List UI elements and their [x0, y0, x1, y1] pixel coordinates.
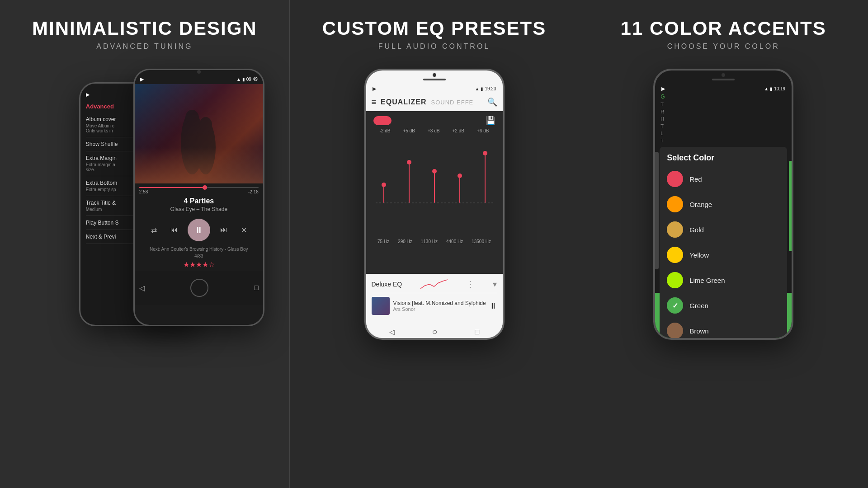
color-name-gold: Gold — [689, 226, 704, 234]
eq-toggle-dot — [383, 117, 391, 124]
color-name-orange: Orange — [689, 201, 712, 208]
color-item-brown[interactable]: Brown — [660, 318, 787, 340]
track-artist: Glass Eye – The Shade — [139, 206, 259, 212]
status-bar-front: ▶ ▲ ▮ 09:49 — [135, 74, 263, 84]
eq-np-title: Visions [feat. M.Nomized and Sylphide — [393, 300, 486, 306]
home-nav[interactable] — [190, 279, 208, 297]
color-circle-orange — [667, 196, 683, 212]
freq-1: 290 Hz — [398, 239, 412, 244]
home-nav-eq[interactable]: ○ — [432, 327, 438, 337]
eq-save-icon[interactable]: 💾 — [486, 116, 495, 126]
color-name-red: Red — [689, 175, 702, 183]
color-picker-title: Select Color — [660, 147, 787, 166]
color-circle-red — [667, 171, 683, 187]
color-status-icons: ▲ ▮ 10:19 — [764, 86, 785, 91]
color-item-lime[interactable]: Lime Green — [660, 267, 787, 293]
eq-title-sub: SOUND EFFE — [431, 99, 473, 106]
eq-status-bar: ▶ ▲ ▮ 19:23 — [366, 82, 503, 94]
star-rating: ★★★★☆ — [135, 258, 263, 271]
color-time: 10:19 — [774, 86, 785, 91]
eq-np-pause-button[interactable]: ⏸ — [489, 301, 497, 311]
back-nav-eq[interactable]: ◁ — [389, 328, 395, 336]
time-current: 2:58 — [139, 189, 148, 194]
eq-dropdown-icon[interactable]: ▾ — [493, 279, 497, 289]
time-total: -2:18 — [248, 189, 259, 194]
color-name-green: Green — [689, 302, 708, 310]
eq-search-icon[interactable]: 🔍 — [487, 97, 497, 107]
color-circle-yellow — [667, 247, 683, 263]
speaker-color — [712, 79, 735, 80]
next-button[interactable]: ⏭ — [217, 223, 231, 237]
panel1-phones: ▶ ▲ ▮ Advanced Album cover Move Album cO… — [79, 69, 210, 326]
eq-title: EQUALIZER — [381, 98, 426, 106]
svg-point-1 — [185, 110, 199, 126]
color-item-red[interactable]: Red — [660, 166, 787, 192]
color-name-lime: Lime Green — [689, 277, 725, 284]
eq-freq-labels: 75 Hz 290 Hz 1130 Hz 4400 Hz 13500 Hz — [366, 236, 503, 247]
phone-color: ▶ ▲ ▮ 10:19 G T R H T L T Select Color — [653, 69, 793, 340]
eq-battery-icon: ▮ — [481, 86, 483, 91]
panel2-subtitle: FULL AUDIO CONTROL — [378, 42, 490, 51]
color-status-bar: ▶ ▲ ▮ 10:19 — [655, 82, 792, 94]
color-wifi-icon: ▲ — [764, 86, 769, 91]
phone-eq: ▶ ▲ ▮ 19:23 ≡ EQUALIZER SOUND EFFE 🔍 💾 -… — [364, 69, 505, 340]
eq-preset-name: Deluxe EQ — [372, 281, 402, 288]
play-pause-button[interactable]: ⏸ — [188, 219, 210, 241]
eq-toggle-area: 💾 — [366, 111, 503, 128]
next-track: Next: Ann Coulter's Browsing History - G… — [135, 245, 263, 253]
panel2-title: CUSTOM EQ PRESETS — [322, 18, 546, 39]
color-circle-green: ✓ — [667, 297, 683, 314]
bg-l: L — [660, 131, 786, 136]
time-front: 09:49 — [246, 77, 258, 82]
svg-point-9 — [432, 169, 437, 174]
svg-point-7 — [407, 160, 411, 164]
phone-front: ▶ ▲ ▮ 09:49 — [133, 69, 264, 326]
eq-np-artist: Ars Sonor — [393, 306, 486, 312]
panel-eq: CUSTOM EQ PRESETS FULL AUDIO CONTROL ▶ ▲… — [290, 0, 579, 488]
status-app-icon: ▶ — [86, 92, 90, 98]
color-item-green[interactable]: ✓ Green — [660, 293, 787, 318]
eq-now-playing: Visions [feat. M.Nomized and Sylphide Ar… — [372, 293, 497, 319]
progress-thumb — [203, 185, 207, 190]
db-label-2: +3 dB — [428, 128, 439, 133]
panel-colors: 11 COLOR ACCENTS CHOOSE YOUR COLOR ▶ ▲ ▮… — [579, 0, 868, 488]
db-label-4: +6 dB — [477, 128, 489, 133]
eq-toggle[interactable] — [373, 116, 392, 125]
color-item-orange[interactable]: Orange — [660, 192, 787, 217]
repeat-button[interactable]: ⇄ — [147, 223, 160, 237]
eq-screen: 💾 -2 dB +5 dB +3 dB +2 dB +6 dB — [366, 111, 503, 274]
bg-content: G T R H T L T — [655, 94, 792, 147]
status-icons-front: ▲ ▮ 09:49 — [236, 77, 258, 82]
bg-t2: T — [660, 123, 786, 129]
svg-point-11 — [458, 174, 462, 178]
recent-nav-eq[interactable]: □ — [475, 328, 479, 336]
color-item-gold[interactable]: Gold — [660, 217, 787, 242]
nav-bar-eq: ◁ ○ □ — [366, 322, 503, 340]
wifi-icon-front: ▲ — [236, 77, 241, 82]
nav-bar-front: ◁ □ — [135, 271, 263, 305]
progress-times: 2:58 -2:18 — [139, 189, 259, 194]
back-nav[interactable]: ◁ — [139, 284, 145, 292]
eq-header: ≡ EQUALIZER SOUND EFFE 🔍 — [366, 94, 503, 111]
color-circle-lime — [667, 272, 683, 288]
panel3-subtitle: CHOOSE YOUR COLOR — [667, 42, 780, 51]
progress-bar: 2:58 -2:18 — [135, 187, 263, 194]
prev-button[interactable]: ⏮ — [167, 223, 181, 237]
bg-h: H — [660, 116, 786, 122]
track-info: 4 Parties Glass Eye – The Shade — [135, 194, 263, 215]
db-label-3: +2 dB — [453, 128, 464, 133]
bg-g: G — [660, 94, 786, 100]
color-item-yellow[interactable]: Yellow — [660, 242, 787, 267]
svg-point-3 — [199, 117, 212, 132]
camera-dot-eq — [433, 73, 436, 77]
db-label-1: +5 dB — [403, 128, 415, 133]
eq-bars-svg — [366, 135, 503, 235]
camera-dot-color — [722, 73, 725, 77]
svg-point-5 — [382, 183, 386, 187]
eq-menu-icon[interactable]: ≡ — [372, 98, 377, 107]
color-battery-icon: ▮ — [770, 86, 773, 91]
recent-nav[interactable]: □ — [254, 284, 259, 292]
battery-icon-front: ▮ — [242, 77, 245, 82]
eq-more-icon[interactable]: ⋮ — [466, 279, 474, 289]
close-button[interactable]: ✕ — [237, 223, 250, 237]
